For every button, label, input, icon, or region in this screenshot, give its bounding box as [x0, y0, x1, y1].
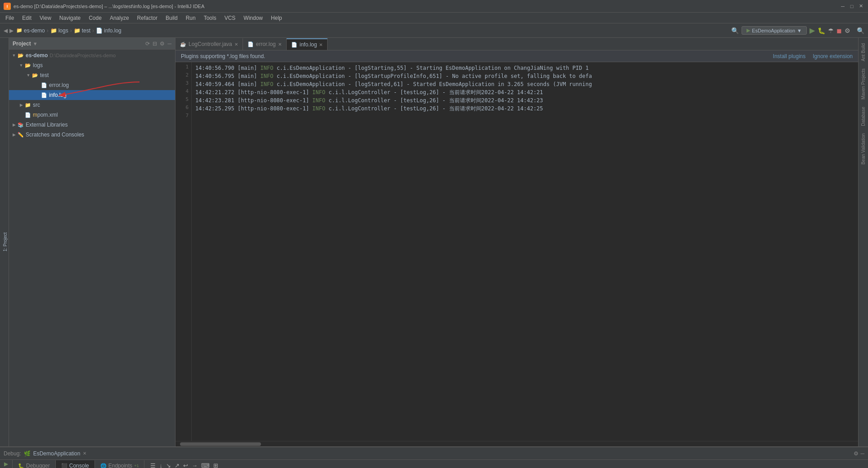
debug-toolbar: ☰ ↓ ↘ ↗ ↩ → ⌨ ⊞	[146, 460, 222, 468]
minimize-panel-icon[interactable]: ─	[167, 41, 171, 47]
minimize-button[interactable]: ─	[839, 3, 846, 10]
folder-icon-src: 📁	[24, 101, 31, 109]
debug-minimize-icon[interactable]: ─	[860, 450, 864, 457]
close-button[interactable]: ✕	[857, 3, 864, 10]
tab-close-logcontroller[interactable]: ✕	[234, 42, 238, 47]
endpoints-badge: +1	[134, 463, 139, 468]
debug-tab-endpoints[interactable]: 🌐 Endpoints +1	[95, 460, 145, 468]
right-tab-beanvalidation[interactable]: Bean Validation	[860, 130, 867, 168]
tree-arrow-logs: ▼	[18, 63, 24, 68]
debug-button[interactable]: 🐛	[818, 27, 825, 34]
folder-icon-test: 📁	[74, 27, 81, 34]
dtool-step-back[interactable]: ↩	[182, 462, 189, 468]
tree-item-infolog[interactable]: ▶ 📄 info.log	[9, 90, 175, 100]
run-config-label: EsDemoApplication	[752, 28, 795, 33]
tab-close-errorlog[interactable]: ✕	[278, 42, 282, 47]
menu-file[interactable]: File	[2, 13, 18, 23]
tree-item-extlibs[interactable]: ▶ 📚 External Libraries	[9, 120, 175, 130]
maximize-button[interactable]: □	[848, 3, 855, 10]
breadcrumb-sep1: ›	[47, 27, 49, 34]
menu-build[interactable]: Build	[162, 13, 181, 23]
run-green-button[interactable]: ▶	[810, 26, 815, 35]
tree-label-errorlog: error.log	[49, 82, 69, 88]
code-line-6: 14:42:25.295 [http-nio-8080-exec-1] INFO…	[195, 105, 855, 113]
sync-icon[interactable]: ⟳	[145, 41, 150, 47]
tree-item-src[interactable]: ▶ 📁 src	[9, 100, 175, 110]
menu-edit[interactable]: Edit	[18, 13, 35, 23]
debug-settings-icon[interactable]: ⚙	[854, 450, 859, 457]
resume-icon[interactable]: ▶	[4, 461, 8, 467]
dtool-step-out[interactable]: ↗	[173, 462, 181, 468]
search-everywhere-icon[interactable]: 🔍	[731, 27, 739, 34]
tree-item-pom[interactable]: ▶ 📄 m pom.xml	[9, 110, 175, 120]
toolbar-icon-back[interactable]: ◀	[4, 27, 8, 34]
structure-tab[interactable]: 2: Structure	[0, 227, 2, 258]
menu-analyze[interactable]: Analyze	[106, 13, 133, 23]
file-icon-infolog: 📄	[40, 91, 48, 99]
file-icon-info: 📄	[96, 27, 103, 34]
toolbar-icon-forward[interactable]: ▶	[9, 27, 13, 34]
tab-close-infolog[interactable]: ✕	[319, 42, 323, 47]
endpoints-icon: 🌐	[100, 463, 107, 468]
menu-code[interactable]: Code	[85, 13, 105, 23]
menu-refactor[interactable]: Refactor	[134, 13, 161, 23]
settings-icon[interactable]: ⚙	[160, 41, 165, 47]
dtool-run-to[interactable]: →	[190, 462, 199, 468]
tree-path-esdemo: D:\Data\ideaProjects\es-demo	[49, 53, 116, 58]
code-content[interactable]: 14:40:56.790 [main] INFO c.i.EsDemoAppli…	[192, 62, 858, 441]
menu-navigate[interactable]: Navigate	[56, 13, 84, 23]
dtool-filter[interactable]: ☰	[149, 462, 157, 468]
right-tab-antbuild[interactable]: Ant Build	[860, 40, 867, 65]
breadcrumb-project[interactable]: 📁 es-demo	[16, 27, 45, 34]
menu-help[interactable]: Help	[267, 13, 286, 23]
breadcrumb-logs[interactable]: 📁 logs	[50, 27, 68, 34]
tree-label-pom2: pom.xml	[37, 112, 58, 118]
collapse-all-icon[interactable]: ⊟	[153, 41, 157, 47]
menu-vcs[interactable]: VCS	[221, 13, 239, 23]
file-icon-errorlog: 📄	[40, 82, 48, 89]
breadcrumb-sep2: ›	[70, 27, 72, 34]
dtool-eval[interactable]: ⌨	[200, 462, 211, 468]
tree-arrow-esdemo: ▼	[11, 53, 17, 58]
dtool-step-into[interactable]: ↘	[165, 462, 172, 468]
menu-window[interactable]: Window	[240, 13, 266, 23]
titlebar: I es-demo [D:\Data\ideaProjects\es-demo]…	[0, 0, 868, 13]
tab-label-logcontroller: LogController.java	[189, 41, 232, 47]
debug-tab-debugger[interactable]: 🐛 Debugger	[13, 460, 56, 468]
tree-item-errorlog[interactable]: ▶ 📄 error.log	[9, 80, 175, 90]
tree-item-esdemo[interactable]: ▼ 📂 es-demo D:\Data\ideaProjects\es-demo	[9, 50, 175, 60]
run-config-icon: ▶	[747, 27, 750, 33]
ignore-extension-link[interactable]: Ignore extension	[813, 53, 853, 59]
stop-button[interactable]: ◼	[837, 27, 842, 34]
tab-logcontroller[interactable]: ☕ LogController.java ✕	[175, 38, 243, 50]
tree-item-test[interactable]: ▼ 📂 test	[9, 70, 175, 80]
breadcrumb-test[interactable]: 📁 test	[74, 27, 90, 34]
tab-infolog[interactable]: 📄 info.log ✕	[287, 38, 328, 50]
search-button[interactable]: 🔍	[857, 27, 864, 34]
run-config-dropdown[interactable]: ▶ EsDemoApplication ▼	[742, 26, 807, 35]
menu-run[interactable]: Run	[182, 13, 199, 23]
right-tab-maven[interactable]: Maven Projects	[860, 65, 867, 103]
tab-label-infolog: info.log	[300, 41, 317, 48]
tree-item-logs[interactable]: ▼ 📂 logs	[9, 60, 175, 70]
more-run-options[interactable]: ⚙	[845, 27, 850, 34]
folder-icon-test: 📂	[31, 72, 39, 79]
dtool-step-over[interactable]: ↓	[158, 462, 164, 468]
dtool-settings2[interactable]: ⊞	[212, 462, 220, 468]
breadcrumb-infolog[interactable]: 📄 info.log	[96, 27, 121, 34]
debug-tab-console[interactable]: ⬛ Console	[56, 460, 95, 468]
menu-tools[interactable]: Tools	[200, 13, 220, 23]
tree-item-scratches[interactable]: ▶ ✏️ Scratches and Consoles	[9, 130, 175, 140]
install-plugins-link[interactable]: Install plugins	[773, 53, 806, 59]
project-tab[interactable]: 1: Project	[2, 229, 9, 255]
right-tab-database[interactable]: Database	[860, 103, 867, 130]
debug-left-sidebar: ▶	[0, 460, 13, 468]
debug-tab-close[interactable]: ✕	[83, 451, 86, 456]
horizontal-scrollbar[interactable]	[175, 441, 858, 446]
endpoints-tab-label: Endpoints	[108, 463, 132, 468]
run-with-coverage[interactable]: ☂	[828, 27, 834, 34]
tab-errorlog[interactable]: 📄 error.log ✕	[243, 38, 287, 50]
scrollbar-thumb[interactable]	[180, 442, 261, 446]
menu-view[interactable]: View	[36, 13, 55, 23]
bottom-panel: Debug: 🌿 EsDemoApplication ✕ ⚙ ─ ▶ 🐛 Deb…	[0, 446, 868, 468]
